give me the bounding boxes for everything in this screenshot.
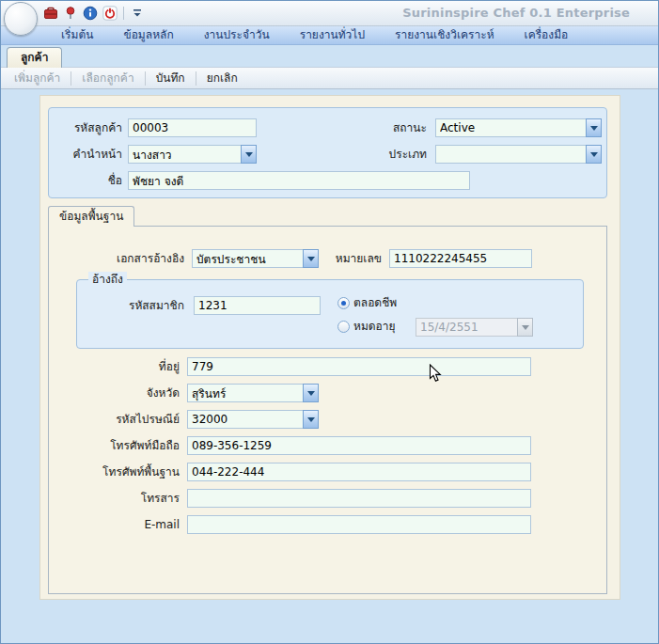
ref-document-combo-input[interactable] (192, 249, 303, 268)
lifetime-radio-label: ตลอดชีพ (353, 296, 397, 309)
landline-label: โทรศัพท์พื้นฐาน (49, 463, 183, 481)
status-label: สถานะ (325, 118, 431, 137)
document-number-input[interactable] (389, 249, 532, 268)
menu-item-tools[interactable]: เครื่องมือ (510, 26, 584, 44)
menu-item-analytic-reports[interactable]: รายงานเชิงวิเคราะห์ (380, 26, 510, 44)
name-label: ชื่อ (51, 171, 126, 190)
tab-basic-info[interactable]: ข้อมูลพื้นฐาน (48, 206, 134, 227)
menu-item-master-data[interactable]: ข้อมูลหลัก (108, 26, 188, 44)
postcode-combo-input[interactable] (187, 410, 303, 429)
type-combo[interactable] (435, 145, 602, 164)
title-bar: Surininspire Chef 0.1 Enterprise (1, 1, 658, 26)
customer-code-input[interactable] (128, 118, 257, 137)
chevron-down-icon (590, 126, 598, 131)
customer-code-label: รหัสลูกค้า (51, 118, 126, 137)
type-label: ประเภท (325, 145, 431, 164)
chevron-down-icon (307, 417, 315, 422)
province-label: จังหวัด (49, 384, 183, 402)
add-customer-button[interactable]: เพิ่มลูกค้า (6, 68, 69, 88)
info-icon[interactable] (82, 5, 99, 22)
chevron-down-icon (522, 325, 529, 330)
quick-access-toolbar (42, 5, 146, 22)
briefcase-icon[interactable] (42, 5, 59, 22)
document-number-label: หมายเลข (291, 249, 385, 268)
prefix-combo-button[interactable] (241, 145, 257, 164)
menu-item-start[interactable]: เริ่มต้น (46, 26, 108, 44)
fax-input[interactable] (187, 489, 531, 508)
landline-input[interactable] (187, 463, 531, 481)
postcode-combo-button[interactable] (303, 410, 319, 429)
toolbar-separator (196, 71, 196, 86)
app-logo[interactable] (4, 2, 38, 36)
chevron-down-icon (307, 391, 315, 396)
postcode-label: รหัสไปรษณีย์ (49, 410, 183, 429)
address-label: ที่อยู่ (49, 357, 183, 376)
expire-radio-label: หมดอายุ (353, 320, 396, 333)
prefix-label: คำนำหน้า (51, 145, 126, 164)
toolbar-separator (71, 71, 71, 86)
status-combo-input[interactable] (435, 118, 586, 137)
tab-customer[interactable]: ลูกค้า (7, 47, 62, 68)
expire-date-input[interactable] (416, 318, 517, 337)
chevron-down-icon (590, 152, 598, 157)
toolbar: เพิ่มลูกค้า เลือกลูกค้า บันทึก ยกเลิก (1, 67, 658, 89)
expire-date-combo-button[interactable] (517, 318, 533, 337)
toolbar-separator (145, 71, 146, 86)
customer-form-panel: รหัสลูกค้า สถานะ คำนำหน้า ประเภท ชื่อ ข้… (39, 95, 620, 600)
menu-item-daily-work[interactable]: งานประจำวัน (189, 26, 285, 44)
province-combo-button[interactable] (303, 384, 319, 402)
address-input[interactable] (187, 357, 531, 376)
member-code-label: รหัสสมาชิก (83, 296, 188, 315)
lifetime-radio[interactable]: ตลอดชีพ (337, 296, 397, 309)
pin-icon[interactable] (62, 5, 79, 22)
quick-access-separator (123, 7, 124, 20)
cancel-button[interactable]: ยกเลิก (198, 68, 246, 88)
radio-unselected-icon (337, 321, 350, 333)
fax-label: โทรสาร (49, 489, 183, 508)
mobile-input[interactable] (187, 436, 531, 455)
postcode-combo[interactable] (187, 410, 319, 429)
mobile-label: โทรศัพท์มือถือ (49, 436, 183, 455)
type-combo-button[interactable] (586, 145, 602, 164)
expire-radio[interactable]: หมดอายุ (337, 320, 396, 333)
email-input[interactable] (187, 515, 531, 534)
window-title: Surininspire Chef 0.1 Enterprise (402, 6, 630, 20)
prefix-combo[interactable] (128, 145, 257, 164)
name-input[interactable] (128, 171, 470, 190)
toolbar-overflow-icon[interactable] (129, 5, 146, 22)
application-window: Surininspire Chef 0.1 Enterprise เริ่มต้… (0, 0, 659, 644)
menu-bar: เริ่มต้น ข้อมูลหลัก งานประจำวัน รายงานทั… (1, 26, 658, 45)
province-combo-input[interactable] (187, 384, 303, 402)
select-customer-button[interactable]: เลือกลูกค้า (73, 68, 142, 88)
province-combo[interactable] (187, 384, 319, 402)
basic-info-page: เอกสารอ้างอิง หมายเลข อ้างถึง รหัสสมาชิก… (48, 226, 607, 594)
status-combo-button[interactable] (586, 118, 602, 137)
radio-selected-icon (337, 297, 350, 309)
menu-item-general-reports[interactable]: รายงานทั่วไป (285, 26, 380, 44)
power-icon[interactable] (102, 5, 118, 22)
ref-document-label: เอกสารอ้างอิง (49, 249, 188, 268)
status-combo[interactable] (435, 118, 602, 137)
reference-group-title: อ้างถึง (88, 272, 127, 287)
save-button[interactable]: บันทึก (148, 68, 194, 88)
email-label: E-mail (49, 515, 183, 534)
chevron-down-icon (245, 152, 253, 157)
prefix-combo-input[interactable] (128, 145, 241, 164)
type-combo-input[interactable] (435, 145, 586, 164)
expire-date-combo[interactable] (416, 318, 533, 337)
customer-header-group: รหัสลูกค้า สถานะ คำนำหน้า ประเภท ชื่อ (48, 107, 607, 198)
member-code-input[interactable] (194, 296, 321, 315)
reference-group: อ้างถึง รหัสสมาชิก ตลอดชีพ หมดอายุ (76, 279, 584, 349)
